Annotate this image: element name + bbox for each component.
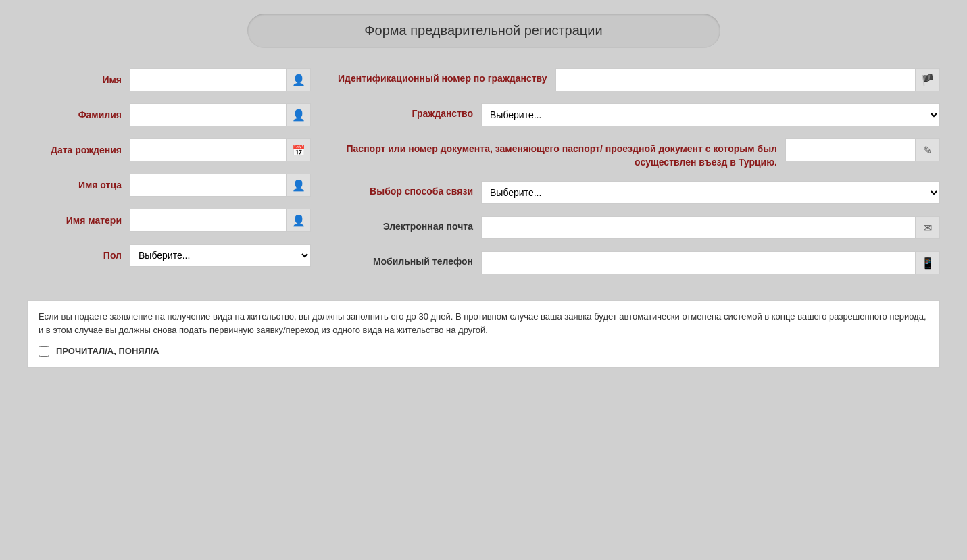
birthdate-label: Дата рождения — [27, 145, 122, 155]
citizenship-row: Гражданство Выберите... — [338, 103, 940, 126]
mother-input-group: 👤 — [130, 209, 311, 232]
birthdate-input[interactable] — [130, 138, 287, 161]
checkbox-label[interactable]: ПРОЧИТАЛ/А, ПОНЯЛ/А — [56, 345, 159, 358]
passport-input[interactable] — [785, 138, 916, 161]
mother-input[interactable] — [130, 209, 287, 232]
father-input-group: 👤 — [130, 174, 311, 197]
email-label: Электронная почта — [338, 216, 473, 234]
citizenship-label: Гражданство — [338, 103, 473, 121]
id-number-input-group: 🏴 — [555, 68, 940, 91]
birthdate-row: Дата рождения 📅 — [27, 138, 311, 161]
id-number-label: Идентификационный номер по гражданству — [338, 68, 547, 86]
right-column: Идентификационный номер по гражданству 🏴… — [338, 68, 940, 286]
id-number-row: Идентификационный номер по гражданству 🏴 — [338, 68, 940, 91]
contact-method-label: Выбор способа связи — [338, 181, 473, 199]
contact-method-select[interactable]: Выберите... — [481, 181, 940, 204]
left-column: Имя 👤 Фамилия 👤 Дата рождения — [27, 68, 311, 286]
contact-method-input-group: Выберите... — [481, 181, 940, 204]
edit-icon: ✎ — [916, 138, 940, 161]
passport-label: Паспорт или номер документа, заменяющего… — [338, 138, 777, 169]
birthdate-input-group: 📅 — [130, 138, 311, 161]
surname-row: Фамилия 👤 — [27, 103, 311, 126]
terms-checkbox[interactable] — [39, 346, 49, 357]
mother-label: Имя матери — [27, 215, 122, 226]
name-row: Имя 👤 — [27, 68, 311, 91]
surname-input[interactable] — [130, 103, 287, 126]
gender-input-group: Выберите... Мужской Женский — [130, 244, 311, 267]
name-label: Имя — [27, 74, 122, 85]
phone-input-group: 📱 — [481, 251, 940, 274]
name-input[interactable] — [130, 68, 287, 91]
notice-text: Если вы подаете заявление на получение в… — [39, 310, 928, 336]
email-row: Электронная почта ✉ — [338, 216, 940, 239]
name-input-group: 👤 — [130, 68, 311, 91]
notice-box: Если вы подаете заявление на получение в… — [27, 300, 940, 368]
phone-input[interactable] — [481, 251, 916, 274]
father-label: Имя отца — [27, 180, 122, 190]
form-title-text: Форма предварительной регистрации — [364, 23, 602, 38]
contact-method-row: Выбор способа связи Выберите... — [338, 181, 940, 204]
surname-icon: 👤 — [287, 103, 311, 126]
surname-input-group: 👤 — [130, 103, 311, 126]
citizenship-select[interactable]: Выберите... — [481, 103, 940, 126]
phone-row: Мобильный телефон 📱 — [338, 251, 940, 274]
passport-input-group: ✎ — [785, 138, 940, 161]
flag-icon: 🏴 — [916, 68, 940, 91]
mother-icon: 👤 — [287, 209, 311, 232]
father-row: Имя отца 👤 — [27, 174, 311, 197]
name-icon: 👤 — [287, 68, 311, 91]
email-input[interactable] — [481, 216, 916, 239]
email-input-group: ✉ — [481, 216, 940, 239]
gender-select[interactable]: Выберите... Мужской Женский — [130, 244, 311, 267]
father-icon: 👤 — [287, 174, 311, 197]
gender-label: Пол — [27, 250, 122, 261]
phone-icon: 📱 — [916, 251, 940, 274]
calendar-icon: 📅 — [287, 138, 311, 161]
gender-row: Пол Выберите... Мужской Женский — [27, 244, 311, 267]
surname-label: Фамилия — [27, 109, 122, 120]
citizenship-input-group: Выберите... — [481, 103, 940, 126]
email-icon: ✉ — [916, 216, 940, 239]
form-title: Форма предварительной регистрации — [247, 14, 720, 48]
passport-row: Паспорт или номер документа, заменяющего… — [338, 138, 940, 169]
checkbox-row: ПРОЧИТАЛ/А, ПОНЯЛ/А — [39, 345, 928, 358]
id-number-input[interactable] — [555, 68, 916, 91]
phone-label: Мобильный телефон — [338, 251, 473, 269]
mother-row: Имя матери 👤 — [27, 209, 311, 232]
father-input[interactable] — [130, 174, 287, 197]
